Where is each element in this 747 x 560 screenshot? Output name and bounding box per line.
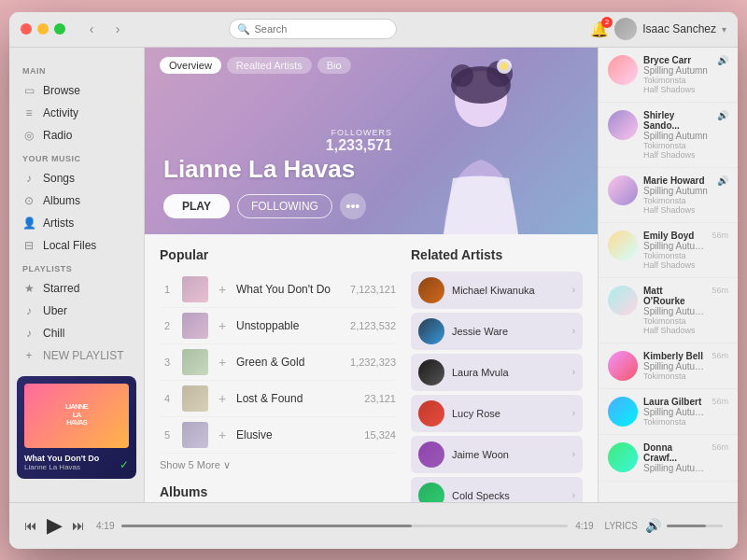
sidebar-item-albums[interactable]: ⊙ Albums — [9, 189, 144, 212]
album-art-text: LIANNELAHAVAS — [62, 399, 92, 431]
related-artist-item[interactable]: Laura Mvula › — [411, 354, 583, 391]
avatar — [608, 286, 638, 315]
activity-sub: Tokimonsta — [643, 196, 712, 205]
related-artist-item[interactable]: Cold Specks › — [411, 477, 583, 502]
related-artist-item[interactable]: Lucy Rose › — [411, 395, 583, 432]
notif-badge: 2 — [601, 17, 613, 28]
sidebar-item-radio[interactable]: ◎ Radio — [9, 124, 144, 147]
back-button[interactable]: ‹ — [80, 20, 103, 38]
table-row: 2 + Unstoppable 2,123,532 — [160, 308, 396, 344]
sidebar-item-local-files[interactable]: ⊟ Local Files — [9, 234, 144, 257]
forward-button[interactable]: › — [106, 20, 129, 38]
tab-related-artists[interactable]: Realted Artists — [227, 57, 312, 74]
add-track-icon[interactable]: + — [216, 427, 229, 442]
sidebar-starred-label: Starred — [43, 282, 79, 295]
user-avatar — [614, 18, 637, 40]
hero-section: Overview Realted Artists Bio — [145, 48, 598, 234]
speaker-icon: 🔊 — [717, 175, 728, 186]
progress-bar[interactable] — [121, 525, 568, 527]
track-name: Elusive — [236, 428, 357, 441]
sidebar-item-browse[interactable]: ▭ Browse — [9, 79, 144, 102]
add-track-icon[interactable]: + — [216, 355, 229, 370]
main-content: MAIN ▭ Browse ≡ Activity ◎ Radio YOUR MU… — [9, 48, 738, 502]
sidebar-item-activity[interactable]: ≡ Activity — [9, 102, 144, 124]
activity-time: 56m — [712, 442, 728, 452]
more-button[interactable]: ••• — [340, 193, 366, 219]
maximize-button[interactable] — [54, 23, 65, 35]
add-track-icon[interactable]: + — [216, 318, 229, 333]
activity-extra: Half Shadows — [643, 326, 706, 335]
related-artist-item[interactable]: Jessie Ware › — [411, 313, 583, 350]
activity-name: Bryce Carr — [643, 55, 712, 65]
related-artist-item[interactable]: Jaime Woon › — [411, 436, 583, 473]
related-artist-name: Jaime Woon — [452, 449, 565, 460]
activity-song: Spilling Autumn — [643, 131, 712, 141]
fast-forward-button[interactable]: ⏭ — [72, 518, 85, 533]
activity-sub: Tokimonsta — [643, 76, 712, 85]
list-item: Marie Howard Spilling Autumn Tokimonsta … — [599, 168, 738, 223]
sidebar: MAIN ▭ Browse ≡ Activity ◎ Radio YOUR MU… — [9, 48, 145, 502]
albums-icon: ⊙ — [22, 194, 35, 207]
tab-overview[interactable]: Overview — [160, 57, 221, 74]
track-thumbnail — [182, 313, 208, 339]
activity-sub: Tokimonsta — [643, 417, 706, 427]
user-area: 🔔 2 Isaac Sanchez ▾ — [590, 18, 726, 40]
activity-icon: ≡ — [22, 106, 35, 119]
rewind-button[interactable]: ⏮ — [24, 518, 37, 533]
minimize-button[interactable] — [37, 23, 49, 35]
sidebar-item-chill[interactable]: ♪ Chill — [9, 322, 144, 344]
list-item: Matt O'Rourke Spilling Autumn Tokimonsta… — [599, 278, 738, 343]
related-artist-item[interactable]: Michael Kiwanuka › — [411, 272, 583, 309]
playlists-label: PLAYLISTS — [9, 257, 144, 277]
activity-sub: Tokimonsta — [643, 371, 706, 381]
avatar — [608, 175, 638, 205]
activity-extra: Half Shadows — [643, 85, 712, 94]
activity-info: Kimberly Bell Spilling Autumn Tokimonsta — [643, 351, 706, 381]
tab-bio[interactable]: Bio — [317, 57, 351, 74]
play-button[interactable]: PLAY — [163, 194, 230, 218]
track-name: Green & Gold — [236, 356, 343, 369]
sidebar-item-songs[interactable]: ♪ Songs — [9, 167, 144, 189]
track-number: 4 — [160, 393, 175, 404]
sidebar-artists-label: Artists — [43, 217, 74, 230]
new-playlist-button[interactable]: + NEW PLAYLIST — [9, 344, 144, 367]
sidebar-item-artists[interactable]: 👤 Artists — [9, 212, 144, 234]
following-button[interactable]: FOLLOWING — [237, 194, 332, 218]
play-pause-button[interactable]: ▶ — [47, 513, 63, 538]
show-more-button[interactable]: Show 5 More ∨ — [160, 459, 396, 471]
related-avatar — [418, 483, 444, 502]
lyrics-button[interactable]: LYRICS — [605, 521, 638, 531]
chevron-right-icon: › — [572, 326, 575, 336]
volume-fill — [667, 525, 706, 527]
activity-song: Spilling Autumn — [643, 241, 706, 251]
sidebar-browse-label: Browse — [43, 84, 80, 97]
add-track-icon[interactable]: + — [216, 391, 229, 406]
search-input[interactable] — [254, 23, 388, 35]
close-button[interactable] — [21, 23, 32, 35]
related-artist-name: Cold Specks — [452, 490, 565, 501]
playlist-icon: ♪ — [22, 304, 35, 317]
avatar — [608, 55, 638, 85]
activity-name: Shirley Sando... — [643, 110, 712, 131]
new-playlist-label: NEW PLAYLIST — [43, 349, 123, 362]
sidebar-item-uber[interactable]: ♪ Uber — [9, 300, 144, 322]
search-icon: 🔍 — [237, 23, 250, 35]
hero-info: Lianne La Havas PLAY FOLLOWING ••• — [163, 155, 366, 219]
now-playing-title: What You Don't Do — [24, 454, 129, 463]
add-track-icon[interactable]: + — [216, 282, 229, 297]
sidebar-item-starred[interactable]: ★ Starred — [9, 277, 144, 300]
radio-icon: ◎ — [22, 129, 35, 142]
chevron-down-icon: ▾ — [722, 24, 726, 35]
track-thumbnail — [182, 385, 208, 412]
related-artists-title: Related Artists — [411, 247, 583, 262]
chevron-right-icon: › — [572, 408, 575, 418]
track-number: 5 — [160, 429, 175, 441]
activity-name: Matt O'Rourke — [643, 286, 706, 306]
followers-label: FOLLOWERS — [326, 128, 392, 137]
activity-time: 56m — [712, 397, 728, 406]
related-avatar — [418, 277, 444, 303]
notification-icon[interactable]: 🔔 2 — [590, 21, 609, 38]
volume-bar[interactable] — [667, 525, 723, 527]
track-number: 2 — [160, 320, 175, 331]
table-row: 5 + Elusive 15,324 — [160, 417, 396, 454]
